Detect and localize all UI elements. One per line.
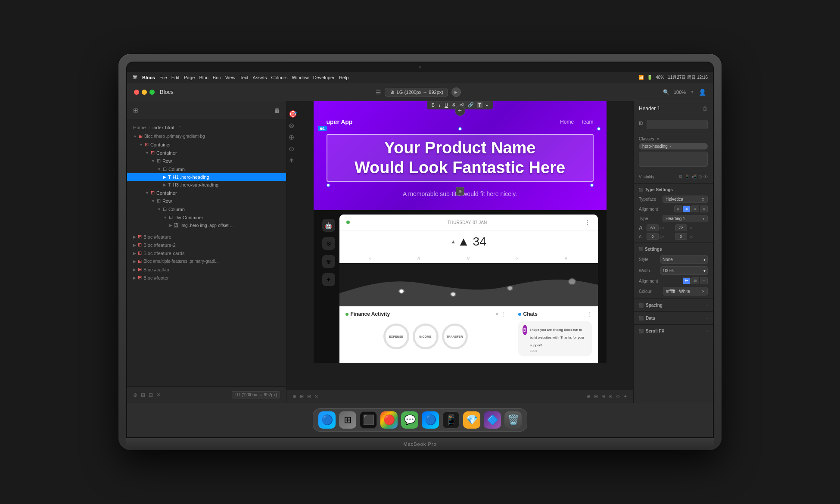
bb-icon-6[interactable]: ⊞ [594,394,598,399]
menu-developer[interactable]: Developer [313,75,335,80]
dock-lisnr-icon[interactable]: 📱 [442,411,460,429]
handle-left[interactable] [320,127,323,131]
menu-bric[interactable]: Bric [213,75,221,80]
bb-icon-1[interactable]: ⊕ [292,394,296,399]
fullscreen-button[interactable] [149,90,155,95]
id-input[interactable] [647,120,708,129]
user-icon[interactable]: 👤 [699,89,706,96]
bb-icon-2[interactable]: ⊞ [300,394,304,399]
align2-left-button[interactable]: ⊢ [683,277,691,284]
layers-icon[interactable]: ⊞ [133,107,138,114]
desktop-vis-icon[interactable]: 🖥 [678,174,683,179]
tree-item-row-1[interactable]: ▼ ⊞ Row [127,157,286,165]
menu-assets[interactable]: Assets [253,75,267,80]
menu-view[interactable]: View [225,75,236,80]
dock-trash-icon[interactable]: 🗑️ [504,411,522,429]
more-button[interactable]: » [484,102,489,108]
hamburger-icon[interactable]: ☰ [376,89,381,96]
link-button[interactable]: 🔗 [467,102,475,108]
chat-menu-icon[interactable]: ⋮ [587,311,592,317]
type-selector[interactable]: Heading 1 ▾ [663,215,708,222]
dropdown-icon[interactable]: ▾ [496,311,498,317]
handle-center-top[interactable] [458,127,462,131]
tree-item-img[interactable]: ▶ 🖼 Img .hero-img .app-offset-... [127,221,286,229]
tree-item-multiple-features[interactable]: ▶ ⊞ Bloc #multiple-features .primary-gra… [127,257,286,265]
minimize-button[interactable] [142,90,147,95]
search-icon[interactable]: 🔍 [663,89,669,95]
nav-team[interactable]: Team [581,119,593,125]
italic-button[interactable]: I [438,102,442,108]
finance-menu-icon[interactable]: ⋮ [501,311,506,317]
dock-launchpad-icon[interactable]: ⊞ [339,411,356,429]
app-menu-icon[interactable]: ⋮ [585,219,591,226]
tree-item-column-1[interactable]: ▼ ⊟ Column [127,165,286,173]
preview-button[interactable]: ▶ [451,87,461,97]
eye-icon[interactable]: 👁 [703,174,708,179]
subheading-handle[interactable]: ⊕ [456,187,464,196]
nav-home[interactable]: Home [560,119,574,125]
add-bloc-icon[interactable]: ⊕ [133,392,137,398]
tool-icon-4[interactable]: ⊙ [289,145,297,153]
align-center-button[interactable]: ≡ [683,205,691,212]
handle-right[interactable] [597,127,600,131]
dock-sketch-icon[interactable]: 💎 [463,411,480,429]
tool-icon-5[interactable]: ✶ [289,156,297,165]
right-panel-trash-icon[interactable]: 🗑 [703,106,708,112]
dock-terminal-icon[interactable]: ⬛ [360,411,377,429]
settings-toggle[interactable]: ⬛ Settings [639,247,662,252]
grid-icon[interactable]: ⊟ [149,392,153,398]
menu-page[interactable]: Page [184,75,195,80]
typeface-selector[interactable]: Helvetica ⚙ [663,196,708,203]
underline-button[interactable]: U [443,102,449,108]
align-justify-button[interactable]: ≡ [700,205,708,212]
bold-button[interactable]: B [430,102,436,108]
menu-text[interactable]: Text [240,75,248,80]
bb-icon-4[interactable]: ✕ [314,394,318,399]
dock-wechat-icon[interactable]: 💬 [401,411,418,429]
tool-icon-3[interactable]: ⊕ [289,133,297,141]
scroll-fx-header[interactable]: ⬛ Scroll FX › [634,327,713,336]
handle-bottom-right[interactable] [590,184,594,187]
menu-edit[interactable]: Edit [171,75,180,80]
tool-icon-2[interactable]: ⊗ [289,121,297,130]
menu-file[interactable]: File [159,75,167,80]
width-selector[interactable]: 100% ▾ [660,266,708,275]
align-left-button[interactable]: ≡ [674,205,682,212]
close-button[interactable] [134,90,139,95]
breadcrumb-toggle[interactable]: ⌃ [178,125,182,130]
bb-icon-3[interactable]: ⊟ [307,394,311,399]
bb-icon-7[interactable]: ⊟ [601,394,605,399]
tree-item-row-2[interactable]: ▼ ⊞ Row [127,197,286,205]
dock-safari-icon[interactable]: 🔵 [422,411,439,429]
viewport-selector[interactable]: 🖥 LG (1200px → 992px) [385,88,448,96]
menu-blocs[interactable]: Blocs [142,75,155,80]
classes-dropdown-icon[interactable]: ▾ [657,137,659,141]
size-c-input[interactable] [647,233,659,240]
menu-window[interactable]: Window [292,75,309,80]
type-settings-toggle[interactable]: ⬛ Type Settings [639,187,673,192]
size-a-input[interactable] [647,224,659,231]
tree-item-feature-cards[interactable]: ▶ ⊞ Bloc #feature-cards [127,249,286,257]
bb-icon-9[interactable]: ⊙ [616,394,620,399]
handle-bottom-left[interactable] [327,184,330,187]
align-right-button[interactable]: ≡ [691,205,699,212]
class-badge-x[interactable]: × [669,144,672,149]
tree-item-bloc-hero[interactable]: ▼ ⊞ Bloc #hero .primary-gradient-bg [127,132,286,140]
split-icon[interactable]: ⊞ [141,392,145,398]
tree-item-feature2[interactable]: ▶ ⊞ Bloc #feature-2 [127,241,286,249]
class-badge[interactable]: hero-heading × [639,143,708,149]
menu-help[interactable]: Help [339,75,349,80]
dock-finder-icon[interactable]: 🔵 [318,411,336,429]
spacing-header[interactable]: ⬛ Spacing › [634,301,713,310]
bb-icon-8[interactable]: ⊗ [609,394,613,399]
delete-icon[interactable]: ✕ [156,392,161,398]
menu-bloc[interactable]: Bloc [199,75,208,80]
add-block-button[interactable]: + [455,106,465,116]
tree-item-footer[interactable]: ▶ ⊞ Bloc #footer [127,274,286,282]
size-b-input[interactable] [675,224,687,231]
colour-selector[interactable]: #ffffff - White × [663,287,708,296]
text-color-button[interactable]: T [477,102,482,108]
hero-heading[interactable]: Your Product Name Would Look Fantastic H… [332,138,588,177]
zoom-dropdown-icon[interactable]: ▼ [690,90,694,94]
colour-clear-icon[interactable]: × [702,289,705,294]
